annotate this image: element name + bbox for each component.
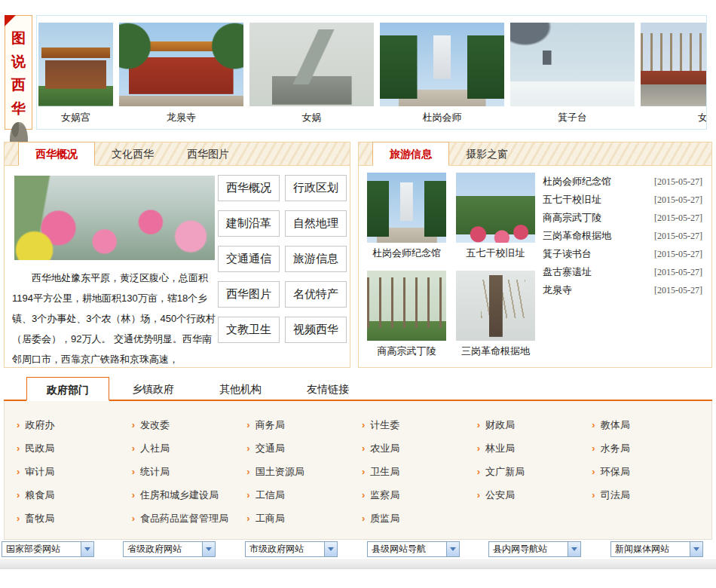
chevron-down-icon[interactable] bbox=[202, 542, 215, 556]
dept-link[interactable]: ›统计局 bbox=[132, 465, 247, 479]
select-news-media-sites[interactable]: 新闻媒体网站 bbox=[610, 541, 703, 557]
select-national-ministry-sites[interactable]: 国家部委网站 bbox=[2, 541, 94, 557]
select-city-gov-sites[interactable]: 市级政府网站 bbox=[245, 541, 338, 557]
dept-link[interactable]: ›环保局 bbox=[592, 465, 707, 479]
arrow-icon: › bbox=[132, 443, 135, 453]
tab-friendly-links[interactable]: 友情链接 bbox=[284, 377, 372, 400]
arrow-icon: › bbox=[246, 420, 249, 430]
button-culture-education-health[interactable]: 文教卫生 bbox=[218, 317, 280, 343]
dept-link[interactable]: ›工商局 bbox=[246, 512, 362, 525]
arrow-icon: › bbox=[132, 490, 135, 500]
chevron-down-icon[interactable] bbox=[568, 542, 580, 556]
news-link[interactable]: 箕子读书台 bbox=[543, 247, 592, 261]
dept-link[interactable]: ›人社局 bbox=[132, 442, 247, 455]
gallery-caption: 女娲宫 bbox=[38, 111, 113, 124]
dept-link-label: 食品药品监督管理局 bbox=[140, 512, 228, 525]
button-xihua-overview[interactable]: 西华概况 bbox=[218, 175, 280, 201]
dept-link[interactable]: ›民政局 bbox=[17, 442, 132, 455]
tab-travel-info[interactable]: 旅游信息 bbox=[372, 142, 449, 166]
gallery-photo-nuwa-statue[interactable] bbox=[249, 23, 374, 106]
travel-news-list: 杜岗会师纪念馆 [2015-05-27] 五七干校旧址 [2015-05-27]… bbox=[543, 173, 702, 299]
button-administrative-divisions[interactable]: 行政区划 bbox=[285, 175, 347, 201]
dept-link[interactable]: ›粮食局 bbox=[17, 488, 132, 502]
dept-link[interactable]: ›计生委 bbox=[362, 418, 477, 432]
button-natural-geography[interactable]: 自然地理 bbox=[285, 210, 347, 237]
dept-link[interactable]: ›公安局 bbox=[477, 488, 592, 502]
dept-link[interactable]: ›文广新局 bbox=[477, 465, 592, 479]
gallery-photo-jizitai[interactable] bbox=[510, 23, 635, 106]
news-link[interactable]: 三岗革命根据地 bbox=[543, 229, 611, 243]
arrow-icon: › bbox=[246, 467, 249, 476]
tab-culture-xihua[interactable]: 文化西华 bbox=[95, 142, 170, 165]
dept-link[interactable]: ›审计局 bbox=[17, 465, 132, 479]
tab-other-agencies[interactable]: 其他机构 bbox=[197, 377, 284, 400]
gallery-caption: 女 bbox=[641, 111, 707, 124]
gallery-photo-partial[interactable] bbox=[641, 23, 707, 106]
travel-photo-grid: 杜岗会师纪念馆 五七干校旧址 商高宗武丁陵 三岗革命根据地 bbox=[367, 173, 535, 358]
travel-photo-wuqi-school-site[interactable] bbox=[456, 173, 535, 243]
tab-township-governments[interactable]: 乡镇政府 bbox=[109, 377, 197, 400]
dept-link[interactable]: ›农业局 bbox=[362, 442, 477, 455]
tab-government-departments[interactable]: 政府部门 bbox=[26, 377, 109, 401]
news-item: 三岗革命根据地 [2015-05-27] bbox=[543, 227, 702, 245]
travel-photo-caption: 五七干校旧址 bbox=[456, 247, 535, 260]
tab-xihua-overview[interactable]: 西华概况 bbox=[18, 142, 95, 166]
button-history[interactable]: 建制沿革 bbox=[218, 210, 280, 237]
overview-photo-peach-river[interactable] bbox=[14, 176, 215, 260]
dept-link[interactable]: ›司法局 bbox=[592, 488, 707, 502]
dept-link[interactable]: ›教体局 bbox=[592, 418, 707, 432]
dept-link[interactable]: ›林业局 bbox=[477, 442, 592, 455]
gallery-item: 女娲 bbox=[249, 23, 374, 129]
overview-button-grid: 西华概况 行政区划 建制沿革 自然地理 交通通信 旅游信息 西华图片 名优特产 … bbox=[218, 175, 347, 343]
chevron-down-icon[interactable] bbox=[324, 542, 337, 556]
dept-link[interactable]: ›发改委 bbox=[132, 418, 247, 432]
chevron-down-icon[interactable] bbox=[446, 542, 459, 556]
gallery-item: 女 bbox=[641, 23, 707, 129]
travel-photo-wuding-tomb[interactable] bbox=[367, 271, 446, 341]
dept-link-label: 监察局 bbox=[370, 488, 399, 502]
dept-link[interactable]: ›商务局 bbox=[246, 418, 362, 432]
dept-link[interactable]: ›食品药品监督管理局 bbox=[132, 512, 247, 525]
gallery-item: 龙泉寺 bbox=[119, 23, 243, 129]
dept-link[interactable]: ›政府办 bbox=[17, 418, 132, 432]
tab-xihua-pictures[interactable]: 西华图片 bbox=[170, 142, 246, 165]
news-link[interactable]: 五七干校旧址 bbox=[543, 193, 601, 207]
travel-photo-item: 三岗革命根据地 bbox=[456, 271, 535, 358]
button-travel-info[interactable]: 旅游信息 bbox=[285, 246, 347, 272]
dept-link[interactable]: ›质监局 bbox=[362, 512, 477, 525]
select-county-site-nav[interactable]: 县级网站导航 bbox=[367, 541, 460, 557]
travel-photo-sangang-base[interactable] bbox=[456, 271, 535, 341]
chevron-down-icon[interactable] bbox=[81, 542, 93, 556]
dept-link[interactable]: ›卫生局 bbox=[362, 465, 477, 479]
news-link[interactable]: 商高宗武丁陵 bbox=[543, 211, 601, 225]
arrow-icon: › bbox=[592, 443, 595, 453]
dept-link[interactable]: ›交通局 bbox=[246, 442, 362, 455]
gallery-photo-nuwa-palace[interactable] bbox=[38, 23, 113, 106]
button-famous-products[interactable]: 名优特产 bbox=[285, 281, 347, 308]
dept-link[interactable]: ›工信局 bbox=[246, 488, 362, 502]
gallery-photo-longquan-temple[interactable] bbox=[119, 23, 243, 106]
red-corner-ribbon-icon bbox=[5, 15, 16, 26]
dept-link[interactable]: ›水务局 bbox=[592, 442, 707, 455]
button-transport-communication[interactable]: 交通通信 bbox=[218, 246, 280, 272]
dept-link-label: 公安局 bbox=[485, 488, 515, 502]
button-xihua-pictures[interactable]: 西华图片 bbox=[218, 281, 280, 308]
news-link[interactable]: 龙泉寺 bbox=[543, 283, 572, 297]
news-link[interactable]: 盘古寨遗址 bbox=[543, 265, 592, 279]
tab-photography-window[interactable]: 摄影之窗 bbox=[449, 142, 525, 165]
gallery-photo-dugang-monument[interactable] bbox=[380, 23, 504, 106]
travel-tabbar: 旅游信息 摄影之窗 bbox=[359, 142, 711, 166]
dept-link[interactable]: ›财政局 bbox=[477, 418, 592, 432]
button-video-xihua[interactable]: 视频西华 bbox=[285, 317, 347, 343]
dept-link[interactable]: ›监察局 bbox=[362, 488, 477, 502]
news-link[interactable]: 杜岗会师纪念馆 bbox=[543, 175, 611, 188]
dept-link[interactable]: ›住房和城乡建设局 bbox=[132, 488, 247, 502]
news-date: [2015-05-27] bbox=[654, 231, 702, 242]
chevron-down-icon[interactable] bbox=[690, 542, 702, 556]
select-provincial-gov-sites[interactable]: 省级政府网站 bbox=[123, 541, 216, 557]
select-county-intranet-nav[interactable]: 县内网导航站 bbox=[488, 541, 581, 557]
travel-photo-dugang-memorial[interactable] bbox=[367, 173, 446, 243]
select-value: 新闻媒体网站 bbox=[615, 543, 669, 556]
dept-link[interactable]: ›国土资源局 bbox=[246, 465, 362, 479]
dept-link[interactable]: ›畜牧局 bbox=[17, 512, 132, 525]
